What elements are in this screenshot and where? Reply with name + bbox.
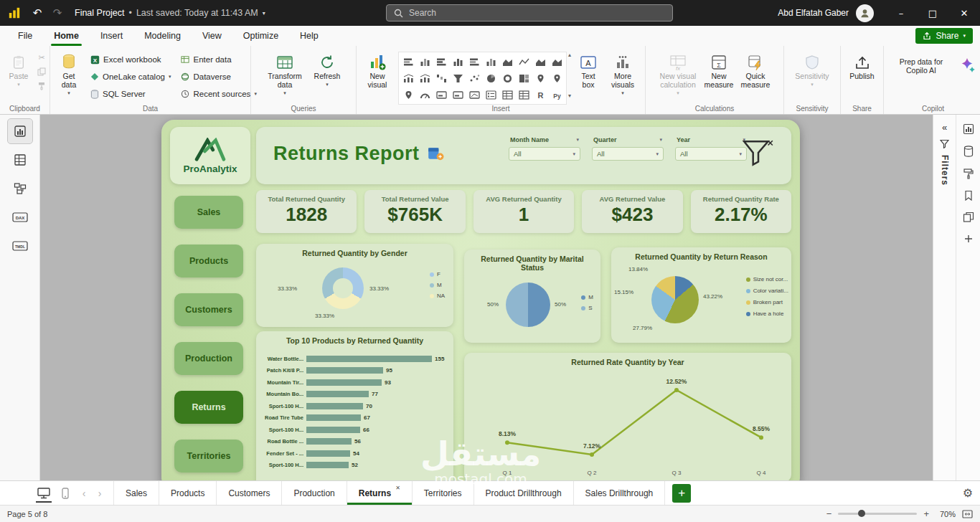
user-avatar[interactable] [856,4,874,22]
marital-pie-chart[interactable] [506,283,550,327]
100-stacked-bar-chart-icon[interactable] [466,54,482,70]
bar[interactable] [306,356,432,362]
card-icon[interactable] [433,87,449,103]
table-icon[interactable] [499,87,515,103]
expand-panes-icon[interactable]: « [942,122,947,133]
cut-icon[interactable]: ✂ [36,52,47,63]
next-page-icon[interactable]: › [92,488,108,499]
waterfall-chart-icon[interactable] [433,70,449,86]
100-stacked-column-chart-icon[interactable] [483,54,499,70]
format-pane-icon[interactable] [963,168,974,179]
page-tab-territories[interactable]: Territories [412,481,473,505]
nav-button-customers[interactable]: Customers [174,293,243,326]
format-painter-icon[interactable] [36,80,47,92]
table-view-button[interactable] [8,148,32,172]
close-button[interactable]: ✕ [948,0,980,26]
nav-button-sales[interactable]: Sales [174,196,243,229]
line-chart[interactable]: 8.13%Q 17.12%Q 212.52%Q 38.55%Q 4 [464,369,791,478]
filters-pane-label[interactable]: Filters [940,155,950,186]
sensitivity-button[interactable]: Sensitivity ▾ [791,49,834,89]
zoom-in-icon[interactable]: + [923,508,929,519]
line-and-stacked-column-chart-icon[interactable] [400,70,416,86]
page-tab-products[interactable]: Products [159,481,216,505]
zoom-slider[interactable] [838,513,917,515]
dataverse-button[interactable]: Dataverse [181,68,256,85]
more-visuals-button[interactable]: More visuals ▾ [605,49,641,98]
report-view-button[interactable] [8,119,32,143]
page-tab-sales[interactable]: Sales [113,481,159,505]
kpi-card-avg-returned-value[interactable]: AVG Returned Value$423 [582,190,682,233]
get-data-button[interactable]: Get data ▾ [53,49,85,98]
kpi-card-total-returned-value[interactable]: Total Returned Value$765K [364,190,465,233]
bar[interactable] [306,450,350,457]
treemap-icon[interactable] [516,70,532,86]
bookmarks-pane-icon[interactable] [964,190,973,201]
menu-tab-modeling[interactable]: Modeling [133,26,192,46]
model-view-button[interactable] [8,176,32,201]
new-measure-button[interactable]: Σ New measure [701,49,737,91]
stacked-column-chart-icon[interactable] [417,54,433,70]
map-icon[interactable] [532,70,548,86]
kpi-icon[interactable] [466,87,482,103]
clustered-column-chart-icon[interactable] [450,54,466,70]
nav-button-products[interactable]: Products [174,245,243,277]
close-tab-icon[interactable]: ✕ [395,485,400,491]
slicer-dropdown-month-name[interactable]: All▾ [509,147,580,161]
page-tab-production[interactable]: Production [281,481,346,505]
r-script-visual-icon[interactable]: R [532,87,548,103]
refresh-button[interactable]: Refresh ▾ [308,49,346,89]
menu-tab-help[interactable]: Help [289,26,329,46]
multi-row-card-icon[interactable] [450,87,466,103]
bar[interactable] [306,367,383,374]
maximize-button[interactable]: □ [917,0,948,26]
stacked-bar-chart-icon[interactable] [400,54,416,70]
page-tab-product-drillthrough[interactable]: Product Drillthrough [473,481,573,505]
area-chart-icon[interactable] [532,54,548,70]
bar[interactable] [306,427,360,433]
bar[interactable] [306,414,361,421]
enter-data-button[interactable]: Enter data [181,51,256,68]
stacked-area-chart-icon[interactable] [549,54,565,70]
bar[interactable] [306,438,352,445]
python-visual-icon[interactable]: Py [549,87,565,103]
nav-button-production[interactable]: Production [174,342,243,375]
menu-tab-insert[interactable]: Insert [90,26,133,46]
kpi-card-returned-quantity-rate[interactable]: Returned Quantity Rate2.17% [691,190,791,233]
undo-icon[interactable]: ↶ [27,0,47,26]
publish-button[interactable]: Publish [844,49,880,82]
zoom-out-icon[interactable]: − [826,508,832,519]
reason-chart-card[interactable]: Returned Quantity by Return Reason Size … [611,247,791,343]
sql-server-button[interactable]: SQL Server [90,85,171,103]
scatter-chart-icon[interactable] [466,70,482,86]
copy-icon[interactable] [36,66,47,77]
redo-icon[interactable]: ↷ [47,0,67,26]
azure-map-icon[interactable] [400,87,416,103]
gallery-scroll-up-icon[interactable]: ▴ [568,52,571,58]
transform-data-button[interactable]: Transform data ▾ [261,49,308,98]
pie-chart-icon[interactable] [483,70,499,86]
slicer-dropdown-quarter[interactable]: All▾ [592,147,664,161]
new-page-button[interactable]: + [672,484,691,503]
gender-donut-chart[interactable] [322,267,364,309]
top10-chart-card[interactable]: Top 10 Products by Returned Quantity Wat… [256,331,453,480]
filled-map-icon[interactable] [549,70,565,86]
gallery-scroll-down-icon[interactable]: ▾ [568,92,571,99]
prev-page-icon[interactable]: ‹ [76,488,92,499]
desktop-view-icon[interactable] [33,483,55,503]
nav-button-territories[interactable]: Territories [174,440,243,473]
gender-chart-card[interactable]: Returned Quantity by Gender FMNA 33.33%3… [256,244,453,327]
search-box[interactable]: Search [386,4,673,22]
ribbon-chart-icon[interactable] [499,54,515,70]
new-visual-calculation-button[interactable]: fx New visual calculation ▾ [655,49,701,98]
line-chart-icon[interactable] [516,54,532,70]
page-tab-sales-drillthrough[interactable]: Sales Drillthrough [573,481,666,505]
filters-funnel-icon[interactable] [940,139,949,148]
minimize-button[interactable]: – [885,0,917,26]
clustered-bar-chart-icon[interactable] [433,54,449,70]
funnel-chart-icon[interactable] [450,70,466,86]
data-pane-icon[interactable] [963,146,974,157]
slicer-icon[interactable] [483,87,499,103]
copilot-button[interactable]: Prep data for Copilo AI [887,49,979,77]
menu-tab-home[interactable]: Home [43,26,90,46]
quick-measure-button[interactable]: Quick measure [737,49,774,91]
